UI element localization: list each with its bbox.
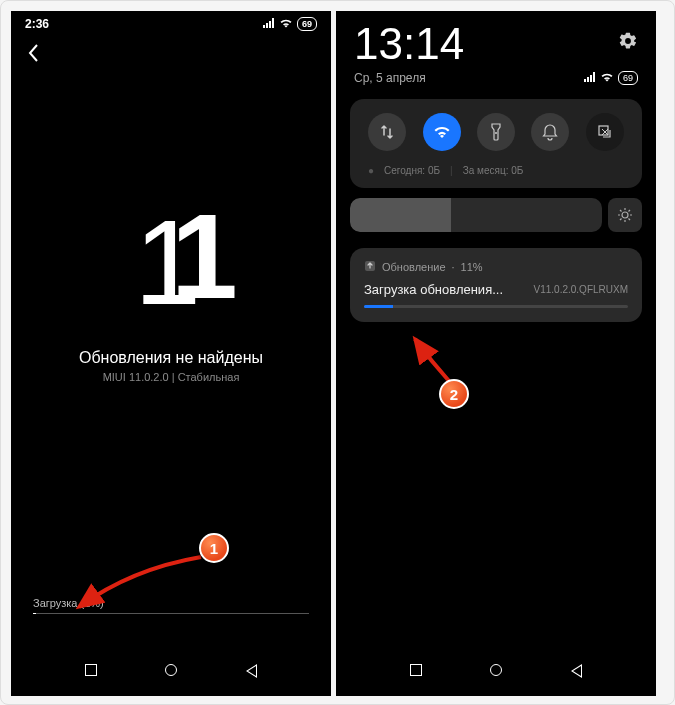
svg-point-2 [622,212,628,218]
battery-indicator: 69 [618,71,638,85]
nav-bar [336,654,656,688]
callout-badge-1: 1 [199,533,229,563]
update-status-text: Обновления не найдены [11,349,331,367]
svg-point-0 [495,132,497,134]
nav-home-button[interactable] [490,664,502,676]
status-icons: 69 [263,17,317,31]
data-usage-dot: ● [368,165,374,176]
flashlight-toggle-icon[interactable] [477,113,515,151]
callout-badge-2: 2 [439,379,469,409]
svg-line-10 [629,210,631,212]
nav-recent-button[interactable] [85,664,97,676]
update-version-text: MIUI 11.0.2.0 | Стабильная [11,371,331,383]
update-notification-card[interactable]: Обновление · 11% Загрузка обновления... … [350,248,642,322]
shade-clock: 13:14 [354,19,464,69]
notification-body: Загрузка обновления... V11.0.2.0.QFLRUXM [364,282,628,297]
signal-icon [263,18,275,30]
notification-title: Загрузка обновления... [364,282,503,297]
svg-line-7 [620,210,622,212]
svg-line-8 [629,219,631,221]
download-label: Загрузка (1%) [33,597,309,609]
download-progress-fill [33,613,36,614]
brightness-slider[interactable] [350,198,602,232]
status-bar: 2:36 69 [11,11,331,35]
nav-home-button[interactable] [165,664,177,676]
miui-logo: 11 [11,187,331,325]
auto-brightness-toggle[interactable] [608,198,642,232]
notification-app-name: Обновление [382,261,446,273]
nav-recent-button[interactable] [410,664,422,676]
brightness-panel [350,198,642,232]
data-usage-month: За месяц: 0Б [463,165,524,176]
wifi-icon [600,72,614,84]
shade-status-icons: 69 [584,71,638,85]
notification-header: Обновление · 11% [364,260,628,274]
download-progress-bar [33,613,309,614]
screenshot-toggle-icon[interactable] [586,113,624,151]
quick-settings-panel: ● Сегодня: 0Б | За месяц: 0Б [350,99,642,188]
wifi-toggle-icon[interactable] [423,113,461,151]
battery-indicator: 69 [297,17,317,31]
phone-notification-shade: 13:14 Ср, 5 апреля 69 [336,11,656,696]
phone-updater-screen: 2:36 69 11 Обновления не найдены MIUI 11… [11,11,331,696]
nav-back-button[interactable] [571,664,582,678]
svg-line-9 [620,219,622,221]
back-button[interactable] [11,35,331,77]
notification-progress-fill [364,305,393,308]
brightness-fill [350,198,451,232]
notification-version: V11.0.2.0.QFLRUXM [534,284,628,295]
wifi-icon [279,18,293,30]
nav-back-button[interactable] [246,664,257,678]
quick-settings-row [360,113,632,151]
status-time: 2:36 [25,17,49,31]
settings-gear-icon[interactable] [618,31,638,56]
dnd-toggle-icon[interactable] [531,113,569,151]
notification-percent: 11% [461,261,483,273]
update-app-icon [364,260,376,274]
data-usage-today: Сегодня: 0Б [384,165,440,176]
signal-icon [584,72,596,84]
shade-date: Ср, 5 апреля [354,71,426,85]
nav-bar [11,654,331,688]
data-toggle-icon[interactable] [368,113,406,151]
data-usage-row[interactable]: ● Сегодня: 0Б | За месяц: 0Б [360,163,632,178]
download-progress-area: Загрузка (1%) [33,597,309,614]
notification-progress-bar [364,305,628,308]
shade-header: 13:14 [336,11,656,69]
shade-date-row: Ср, 5 апреля 69 [336,69,656,95]
